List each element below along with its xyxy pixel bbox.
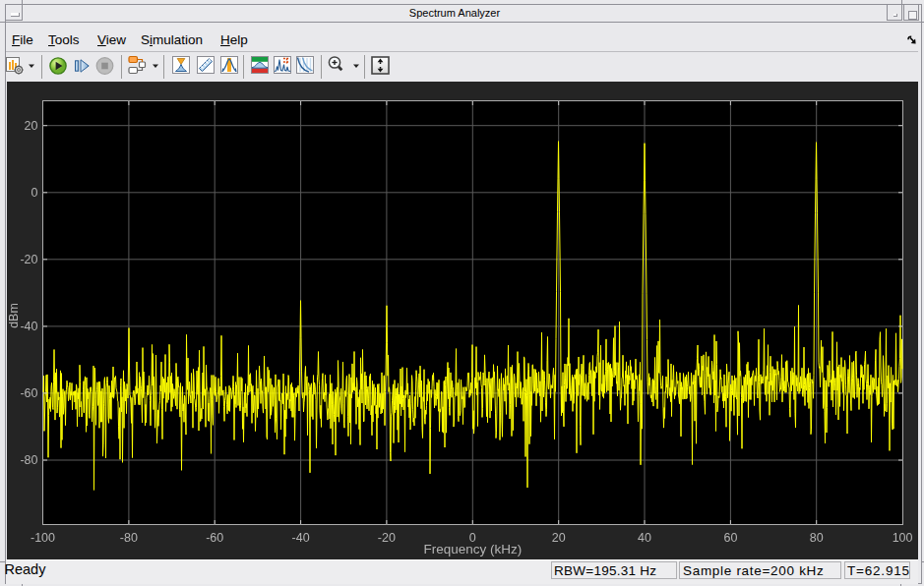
svg-text:-20: -20 xyxy=(378,531,396,545)
svg-text:dBm: dBm xyxy=(7,303,21,328)
svg-text:-80: -80 xyxy=(20,453,37,467)
svg-text:20: 20 xyxy=(552,531,566,545)
svg-text:-80: -80 xyxy=(120,531,138,545)
svg-text:-40: -40 xyxy=(20,320,37,333)
svg-text:80: 80 xyxy=(810,531,824,545)
svg-text:-40: -40 xyxy=(292,531,310,545)
svg-text:Frequency (kHz): Frequency (kHz) xyxy=(423,542,522,557)
svg-text:60: 60 xyxy=(723,531,737,545)
svg-text:40: 40 xyxy=(638,531,651,545)
svg-text:-100: -100 xyxy=(31,531,55,545)
svg-text:-60: -60 xyxy=(20,386,37,400)
svg-text:0: 0 xyxy=(31,186,38,200)
svg-text:-20: -20 xyxy=(20,253,37,266)
svg-text:-60: -60 xyxy=(206,531,223,545)
svg-text:20: 20 xyxy=(25,119,38,133)
svg-text:100: 100 xyxy=(893,531,913,545)
